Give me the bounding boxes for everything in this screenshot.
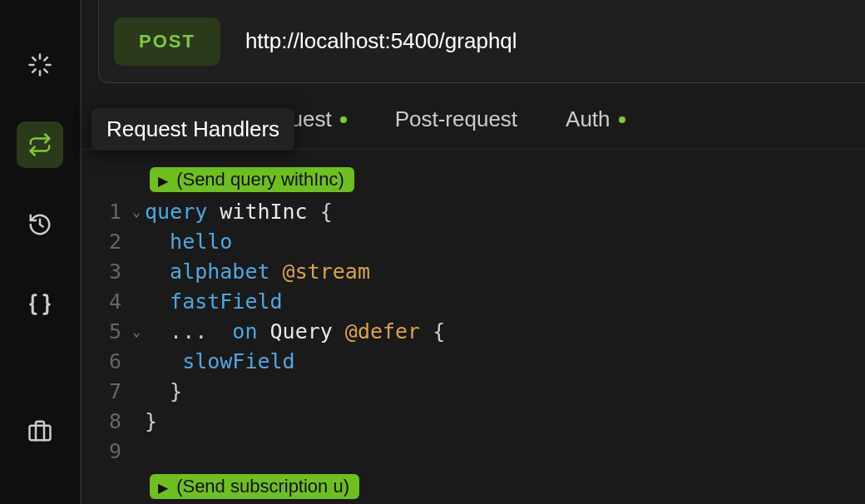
braces-icon xyxy=(27,292,52,317)
line-number: 1 xyxy=(82,197,128,227)
code-text: query withInc { xyxy=(145,197,333,227)
fold-arrow-icon[interactable]: ⌄ xyxy=(128,317,145,347)
main-area: POST Query Pre-request Post-request Auth… xyxy=(82,0,865,504)
briefcase-icon xyxy=(27,418,52,443)
code-line: 8 } xyxy=(82,407,865,437)
tab-label: Auth xyxy=(566,106,610,132)
line-number: 5 xyxy=(82,317,128,347)
line-number: 2 xyxy=(82,227,128,257)
code-text: fastField xyxy=(145,287,283,317)
code-text: } xyxy=(145,407,157,437)
code-line: 9 xyxy=(82,437,865,467)
history-icon xyxy=(27,212,52,237)
refresh-icon xyxy=(27,132,52,157)
run-subscription-button[interactable]: ▶ (Send subscription u) xyxy=(150,474,359,499)
url-input[interactable] xyxy=(245,28,850,54)
code-line: 3 alphabet @stream xyxy=(82,257,865,287)
indicator-dot-icon xyxy=(619,116,625,123)
code-text: } xyxy=(145,377,182,407)
code-text: hello xyxy=(145,227,232,257)
run-query-button[interactable]: ▶ (Send query withInc) xyxy=(150,167,354,192)
line-number: 8 xyxy=(82,407,128,437)
sidebar-item-schema[interactable] xyxy=(17,281,63,328)
code-text: ... on Query @defer { xyxy=(145,317,445,347)
svg-line-7 xyxy=(44,57,47,61)
svg-rect-8 xyxy=(30,426,51,441)
indicator-dot-icon xyxy=(340,116,347,123)
code-text: slowField xyxy=(145,347,295,377)
code-text xyxy=(145,437,157,467)
line-number: 9 xyxy=(82,437,128,467)
line-number: 6 xyxy=(82,347,128,377)
code-lens-label: (Send subscription u) xyxy=(176,476,349,497)
tab-auth[interactable]: Auth xyxy=(562,100,629,139)
code-line: 4 fastField xyxy=(82,287,865,317)
line-number: 7 xyxy=(82,377,128,407)
sidebar-item-extensions[interactable] xyxy=(17,408,63,454)
code-text: alphabet @stream xyxy=(145,257,370,287)
code-lens-label: (Send query withInc) xyxy=(176,169,344,190)
svg-line-2 xyxy=(32,57,36,61)
sidebar-item-request-handlers[interactable] xyxy=(17,121,63,168)
code-line: 1 ⌄ query withInc { xyxy=(82,197,865,227)
http-method-button[interactable]: POST xyxy=(114,17,220,66)
play-icon: ▶ xyxy=(158,174,168,188)
code-line: 6 slowField xyxy=(82,347,865,377)
tab-post-request[interactable]: Post-request xyxy=(392,100,521,139)
code-editor[interactable]: ▶ (Send query withInc) 1 ⌄ query withInc… xyxy=(82,150,865,504)
code-line: 2 hello xyxy=(82,227,865,257)
tooltip-request-handlers: Request Handlers xyxy=(91,108,294,151)
tabs-row: Query Pre-request Post-request Auth Requ… xyxy=(82,83,865,150)
line-number: 4 xyxy=(82,287,128,317)
line-number: 3 xyxy=(82,257,128,287)
sidebar xyxy=(0,0,82,504)
code-line: 5 ⌄ ... on Query @defer { xyxy=(82,317,865,347)
sidebar-item-history[interactable] xyxy=(17,201,63,248)
spinner-icon xyxy=(27,52,52,77)
fold-arrow-icon[interactable]: ⌄ xyxy=(128,197,145,227)
svg-line-6 xyxy=(32,69,36,72)
play-icon: ▶ xyxy=(158,481,168,495)
url-bar: POST xyxy=(98,0,865,83)
svg-line-3 xyxy=(44,69,47,72)
sidebar-item-loading[interactable] xyxy=(17,42,63,88)
code-line: 7 } xyxy=(82,377,865,407)
